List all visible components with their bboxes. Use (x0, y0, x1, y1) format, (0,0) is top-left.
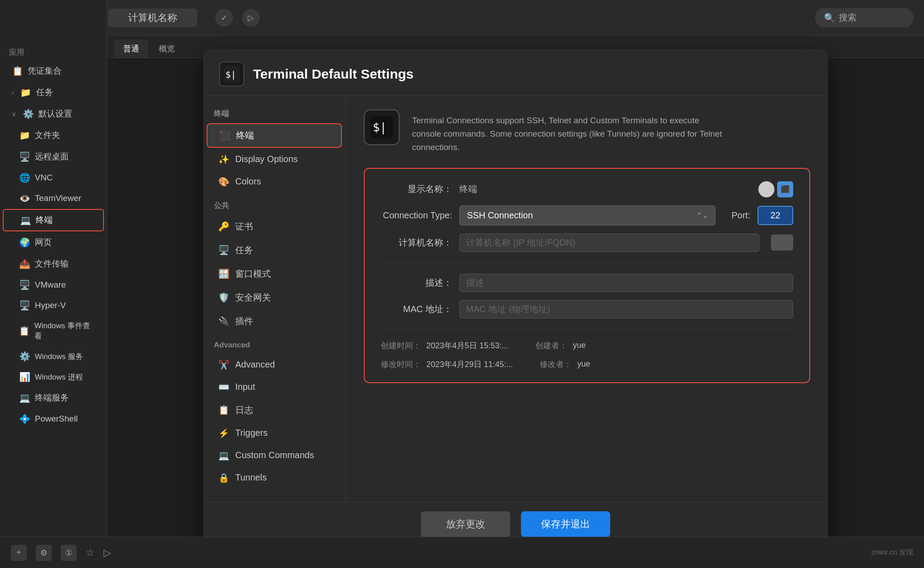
sidebar-item-windows-process[interactable]: 📊 Windows 进程 (3, 367, 104, 387)
settings-item-window-mode[interactable]: 🪟 窗口模式 (207, 263, 342, 285)
plugins-icon: 🔌 (217, 316, 230, 326)
sidebar-item-teamviewer[interactable]: 👁️ TeamViewer (3, 188, 104, 208)
sidebar-item-credentials[interactable]: 📋 凭证集合 (3, 61, 104, 81)
custom-commands-icon: 💻 (217, 450, 230, 461)
settings-item-security-gateway[interactable]: 🛡️ 安全网关 (207, 286, 342, 309)
vnc-icon: 🌐 (19, 172, 30, 183)
play-icon[interactable]: ▷ (104, 547, 111, 559)
mac-label: MAC 地址： (381, 303, 452, 315)
form-row-hostname: 计算机名称： (381, 234, 793, 252)
advanced-icon: ✂️ (217, 359, 230, 370)
hyperv-icon: 🖥️ (19, 300, 30, 311)
star-icon[interactable]: ☆ (86, 547, 95, 559)
mac-input[interactable] (459, 300, 793, 318)
toggle-square[interactable]: ⬛ (777, 181, 793, 197)
connection-type-value: SSH Connection (467, 210, 533, 221)
sidebar-item-vmware[interactable]: 🖥️ VMware (3, 275, 104, 295)
port-input[interactable] (758, 206, 793, 225)
credentials-icon: 📋 (12, 66, 23, 76)
save-button[interactable]: 保存并退出 (521, 511, 610, 537)
sidebar-label-windows-process: Windows 进程 (35, 372, 83, 382)
plus-icon: + (17, 548, 21, 557)
sidebar-label-remote-desktop: 远程桌面 (35, 151, 69, 163)
settings-item-log[interactable]: 📋 日志 (207, 399, 342, 422)
settings-item-colors-label: Colors (235, 176, 261, 187)
settings-item-triggers-label: Triggers (235, 428, 268, 438)
sidebar-item-vnc[interactable]: 🌐 VNC (3, 168, 104, 188)
refresh-button[interactable]: ✓ (215, 9, 233, 27)
file-transfer-icon: 📤 (19, 259, 30, 269)
sidebar-label-windows-events: Windows 事件查看 (34, 321, 95, 341)
settings-item-custom-commands[interactable]: 💻 Custom Commands (207, 445, 342, 466)
hostname-input[interactable] (459, 234, 759, 252)
powershell-icon: 💠 (19, 413, 30, 424)
security-gateway-icon: 🛡️ (217, 292, 230, 303)
connection-type-select[interactable]: SSH Connection ⌃⌄ (459, 205, 716, 226)
sidebar-item-tasks[interactable]: › 📁 任务 (3, 82, 104, 103)
svg-text:$|: $| (225, 69, 236, 80)
terminal-icon: 💻 (20, 215, 31, 226)
sidebar-label-tasks: 任务 (36, 87, 53, 98)
creator-value: yue (573, 341, 586, 350)
certificates-icon: 🔑 (217, 221, 230, 232)
settings-item-advanced[interactable]: ✂️ Advanced (207, 354, 342, 376)
sidebar-item-default-settings[interactable]: ∨ ⚙️ 默认设置 (3, 104, 104, 124)
settings-item-input[interactable]: ⌨️ Input (207, 376, 342, 398)
description-label: 描述： (381, 277, 452, 289)
main-sidebar: 应用 📋 凭证集合 › 📁 任务 ∨ ⚙️ 默认设置 📁 文件夹 🖥️ 远程桌面… (0, 0, 107, 568)
sidebar-item-file-transfer[interactable]: 📤 文件传输 (3, 254, 104, 274)
settings-item-tunnels[interactable]: 🔒 Tunnels (207, 467, 342, 489)
search-bar[interactable]: 🔍 搜索 (815, 8, 913, 27)
sidebar-item-remote-desktop[interactable]: 🖥️ 远程桌面 (3, 146, 104, 167)
sidebar-item-windows-services[interactable]: ⚙️ Windows 服务 (3, 347, 104, 366)
sidebar-label-teamviewer: TeamViewer (35, 193, 81, 203)
settings-item-terminal[interactable]: ⬛ 终端 (207, 123, 342, 148)
modal-title: Terminal Default Settings (253, 67, 414, 82)
settings-item-tasks-pub[interactable]: 🖥️ 任务 (207, 239, 342, 262)
tab-general[interactable]: 普通 (114, 40, 148, 58)
meta-row-2: 修改时间： 2023年4月29日 11:45:... 修改者： yue (381, 359, 793, 370)
separator-2 (381, 329, 793, 330)
sidebar-item-windows-events[interactable]: 📋 Windows 事件查看 (3, 316, 104, 346)
settings-item-display-options[interactable]: ✨ Display Options (207, 149, 342, 170)
meta-row: 创建时间： 2023年4月5日 15:53:... 创建者： yue (381, 340, 793, 351)
settings-item-tasks-pub-label: 任务 (235, 244, 253, 256)
settings-item-certificates[interactable]: 🔑 证书 (207, 215, 342, 238)
sidebar-item-terminal-services[interactable]: 💻 终端服务 (3, 388, 104, 408)
sidebar-label-windows-services: Windows 服务 (35, 351, 83, 362)
log-icon: 📋 (217, 405, 230, 415)
gear-icon: ⚙ (40, 548, 47, 558)
sidebar-label-default-settings: 默认设置 (38, 108, 72, 120)
sidebar-item-web[interactable]: 🌍 网页 (3, 232, 104, 253)
sidebar-label-hyperv: Hyper-V (35, 301, 66, 310)
toggle-circle[interactable] (758, 181, 774, 197)
windows-services-icon: ⚙️ (19, 351, 30, 362)
tunnels-icon: 🔒 (217, 472, 230, 483)
play-button[interactable]: ▷ (242, 9, 260, 27)
tab-overview[interactable]: 概览 (150, 40, 184, 58)
settings-item-triggers[interactable]: ⚡ Triggers (207, 422, 342, 444)
input-icon: ⌨️ (217, 382, 230, 393)
sidebar-label-file-transfer: 文件传输 (35, 258, 69, 270)
sidebar-item-folder[interactable]: 📁 文件夹 (3, 125, 104, 146)
sidebar-item-powershell[interactable]: 💠 PowerShell (3, 409, 104, 429)
tasks-pub-icon: 🖥️ (217, 245, 230, 255)
form-panel: 显示名称： 终端 ⬛ Connection Type: SSH Connecti… (364, 168, 810, 383)
terminal-services-icon: 💻 (19, 393, 30, 403)
search-icon: 🔍 (824, 13, 835, 23)
lang-button[interactable]: ① (61, 545, 77, 561)
form-row-description: 描述： (381, 274, 793, 292)
add-button[interactable]: + (11, 545, 27, 561)
description-input[interactable] (459, 274, 793, 292)
settings-item-colors[interactable]: 🎨 Colors (207, 171, 342, 192)
cancel-button[interactable]: 放弃更改 (421, 511, 510, 537)
settings-item-plugins[interactable]: 🔌 插件 (207, 310, 342, 333)
form-row-display-name: 显示名称： 终端 ⬛ (381, 181, 793, 197)
sidebar-label-folder: 文件夹 (35, 129, 60, 141)
windows-events-icon: 📋 (19, 326, 30, 336)
settings-description: Terminal Connections support SSH, Telnet… (412, 109, 724, 159)
sidebar-item-terminal[interactable]: 💻 终端 (3, 209, 104, 231)
settings-button[interactable]: ⚙ (36, 545, 52, 561)
sidebar-item-hyperv[interactable]: 🖥️ Hyper-V (3, 296, 104, 315)
modifier-value: yue (577, 359, 590, 369)
